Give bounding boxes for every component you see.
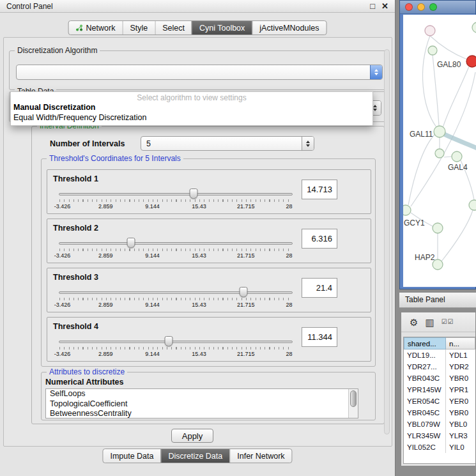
tab-discretize-data[interactable]: Discretize Data	[161, 449, 230, 463]
network-node[interactable]	[434, 126, 445, 137]
close-icon[interactable]: ✕	[381, 1, 388, 12]
dropdown-option-equal-width-frequency[interactable]: Equal Width/Frequency Discretization	[11, 113, 372, 123]
table-row[interactable]: YER054CYER0	[404, 395, 475, 407]
tab-label: Discretize Data	[169, 452, 223, 461]
list-item[interactable]: BetweennessCentrality	[46, 409, 358, 418]
scale-label: 9.144	[145, 252, 160, 259]
tab-impute-data[interactable]: Impute Data	[103, 449, 160, 463]
node-label-gcy1: GCY1	[404, 219, 425, 227]
network-node[interactable]	[435, 149, 444, 158]
table-row[interactable]: YDR27...YDR2	[404, 361, 475, 372]
threshold-label: Threshold 1	[53, 174, 98, 183]
slider-thumb[interactable]	[240, 287, 248, 297]
tab-select[interactable]: Select	[155, 21, 192, 35]
threshold-3-value-field[interactable]: 21.4	[302, 278, 337, 298]
tab-label: Cyni Toolbox	[199, 24, 245, 33]
network-node[interactable]	[428, 46, 437, 55]
tab-label: jActiveMNodules	[259, 24, 319, 33]
panel-scrollbar[interactable]	[384, 49, 390, 434]
control-panel-tab-bar: Network Style Select Cyni Toolbox jActiv…	[68, 20, 327, 35]
apply-button[interactable]: Apply	[171, 429, 213, 443]
threshold-4-panel: Threshold 4 -3.426 2.859 9.144 15.43 21.…	[47, 317, 371, 362]
dropdown-option-manual-discretization[interactable]: Manual Discretization	[11, 103, 372, 113]
slider-track	[59, 341, 293, 343]
minimize-traffic-light-icon[interactable]	[417, 3, 425, 11]
node-label-gal11: GAL11	[410, 130, 433, 139]
column-header-name[interactable]: n...	[446, 337, 475, 349]
scale-label: 15.43	[192, 302, 206, 308]
attributes-group: Attributes to discretize Numerical Attri…	[41, 372, 376, 420]
list-item[interactable]: TopologicalCoefficient	[46, 399, 358, 410]
slider-thumb[interactable]	[127, 238, 135, 248]
tab-network[interactable]: Network	[69, 21, 123, 35]
threshold-1-value-field[interactable]: 14.713	[302, 180, 337, 199]
control-panel-window: Control Panel □ ✕ Network Style Select C…	[0, 0, 395, 476]
network-graph: GAL80 GAL11 GAL4 GCY1 HAP2	[403, 15, 476, 287]
threshold-2-panel: Threshold 2 -3.426 2.859 9.144 15.43 21.…	[47, 219, 371, 263]
threshold-2-value-field[interactable]: 6.316	[302, 229, 337, 249]
table-row[interactable]: YBL079WYBL0	[404, 418, 475, 430]
thresholds-group: Threshold's Coordinates for 5 Intervals …	[41, 158, 376, 367]
close-traffic-light-icon[interactable]	[405, 3, 413, 11]
cyni-bottom-tab-bar: Impute Data Discretize Data Infer Networ…	[102, 449, 292, 463]
tab-label: Style	[130, 24, 148, 33]
threshold-3-slider[interactable]: -3.426 2.859 9.144 15.43 21.715 28	[59, 286, 293, 310]
node-table: shared... n... YDL19...YDL1 YDR27...YDR2…	[403, 337, 475, 464]
table-row[interactable]: YPR145WYPR1	[404, 384, 475, 395]
scale-label: 28	[286, 203, 292, 210]
cell-shared-name: YBR043C	[404, 372, 446, 384]
zoom-traffic-light-icon[interactable]	[429, 3, 437, 11]
scrollbar-thumb[interactable]	[350, 390, 357, 407]
table-row[interactable]: YBR043CYBR0	[404, 372, 475, 384]
scale-label: -3.426	[54, 302, 71, 308]
slider-thumb[interactable]	[190, 188, 198, 199]
cell-name: YBR0	[446, 407, 475, 418]
list-scrollbar[interactable]	[348, 389, 358, 418]
cell-shared-name: YBL079W	[404, 418, 446, 430]
algorithm-group-title: Discretization Algorithm	[15, 46, 100, 56]
slider-thumb[interactable]	[165, 336, 173, 346]
tab-infer-network[interactable]: Infer Network	[229, 449, 291, 463]
network-node[interactable]	[403, 205, 411, 215]
slider-track	[59, 242, 293, 245]
table-row[interactable]: YIL052CYIL0	[404, 441, 475, 453]
table-row[interactable]: YLR345WYLR3	[404, 430, 475, 441]
select-columns-icon[interactable]: ☑☑	[441, 319, 454, 325]
tab-style[interactable]: Style	[122, 21, 155, 35]
gear-icon[interactable]: ⚙	[410, 318, 418, 327]
network-node[interactable]	[433, 223, 443, 233]
tab-label: Select	[162, 24, 185, 33]
scale-label: -3.426	[54, 351, 71, 357]
threshold-4-value-field[interactable]: 11.344	[302, 327, 337, 347]
slider-ticks	[59, 298, 292, 300]
combo-stepper-icon[interactable]	[370, 65, 382, 79]
network-node[interactable]	[425, 26, 435, 36]
threshold-1-slider[interactable]: -3.426 2.859 9.144 15.43 21.715 28	[59, 187, 293, 211]
thresholds-group-title: Threshold's Coordinates for 5 Intervals	[47, 154, 183, 164]
network-canvas[interactable]: GAL80 GAL11 GAL4 GCY1 HAP2	[403, 15, 476, 287]
attributes-list[interactable]: SelfLoops TopologicalCoefficient Between…	[45, 388, 358, 418]
threshold-4-slider[interactable]: -3.426 2.859 9.144 15.43 21.715 28	[59, 335, 293, 359]
combo-stepper-icon[interactable]	[302, 137, 314, 150]
network-node[interactable]	[469, 200, 476, 210]
window-title: Control Panel	[6, 2, 364, 11]
slider-track	[59, 193, 293, 196]
tab-cyni-toolbox[interactable]: Cyni Toolbox	[192, 21, 252, 35]
algorithm-combo[interactable]	[16, 65, 383, 80]
scale-label: 28	[286, 351, 292, 357]
list-item[interactable]: SelfLoops	[46, 389, 358, 399]
number-of-intervals-combo[interactable]: 5	[141, 136, 314, 151]
threshold-2-slider[interactable]: -3.426 2.859 9.144 15.43 21.715 28	[59, 236, 293, 261]
cell-name: YER0	[446, 395, 475, 407]
float-window-icon[interactable]: □	[370, 1, 375, 12]
columns-icon[interactable]: ▥	[425, 318, 434, 327]
network-node[interactable]	[452, 151, 462, 162]
column-header-shared-name[interactable]: shared...	[404, 337, 446, 349]
table-row[interactable]: YDL19...YDL1	[404, 349, 475, 361]
network-node-red[interactable]	[466, 56, 476, 67]
table-row[interactable]: YBR045CYBR0	[404, 407, 475, 418]
scale-label: 2.859	[98, 351, 113, 357]
network-node[interactable]	[472, 22, 476, 33]
algorithm-group: Discretization Algorithm	[9, 50, 387, 90]
tab-jactivemnodules[interactable]: jActiveMNodules	[252, 21, 326, 35]
